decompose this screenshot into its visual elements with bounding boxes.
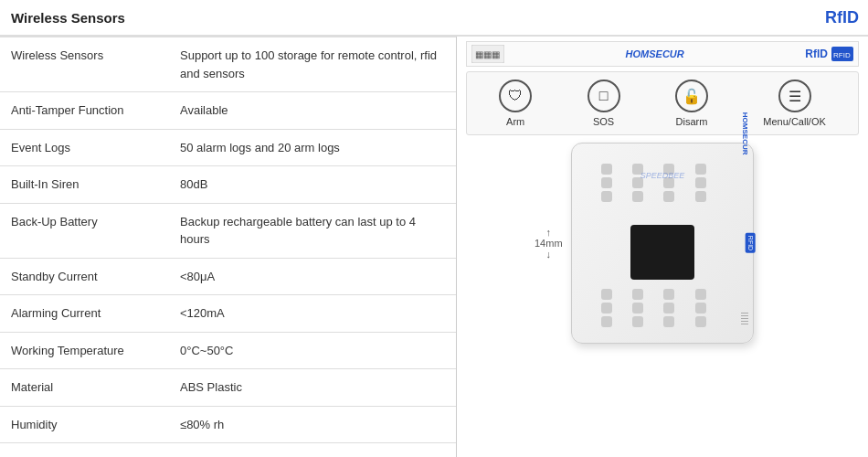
- spec-row: Wireless Sensors Support up to 100 stora…: [0, 37, 456, 92]
- spec-row: Alarming Current <120mA: [0, 295, 456, 333]
- spec-label: Working Temperature: [0, 332, 169, 369]
- spec-label: Alarming Current: [0, 295, 169, 333]
- keypad-icon-label: Menu/Call/OK: [763, 116, 825, 127]
- keypad-icon-item: 🛡 Arm: [499, 80, 532, 127]
- left-panel: Wireless Sensors Support up to 100 stora…: [0, 37, 457, 457]
- page-title: Wireless Sensors: [0, 10, 125, 26]
- spec-value: Backup rechargeable battery can last up …: [169, 203, 456, 258]
- device-brand-text: HOMSECUR: [742, 112, 750, 155]
- keypad-icon-symbol: 🔓: [675, 80, 708, 112]
- spec-value: <80μA: [169, 258, 456, 295]
- top-keypad: [601, 164, 724, 202]
- keypad-icon-symbol: ☰: [778, 80, 811, 112]
- header-row: Wireless Sensors RfID: [0, 0, 868, 37]
- spec-value: 50 alarm logs and 20 arm logs: [169, 129, 456, 166]
- spec-value: Unlimited wireless flash sirens and one …: [169, 443, 456, 458]
- svg-text:RFID: RFID: [833, 51, 851, 59]
- spec-label: Built-In Siren: [0, 166, 169, 204]
- spec-label: Anti-Tamper Function: [0, 92, 169, 130]
- spec-row: Material ABS Plastic: [0, 369, 456, 407]
- device-main-area: SPEEDBEE: [466, 143, 859, 344]
- spec-value: Support up to 100 storage for remote con…: [169, 37, 456, 92]
- right-panel: ▦▦▦ HOMSECUR RfID RFID 🛡 Arm □ SOS: [457, 37, 868, 457]
- main-layout: Wireless Sensors Support up to 100 stora…: [0, 37, 868, 457]
- spec-label: Material: [0, 369, 169, 407]
- rfid-label: RfID: [825, 8, 859, 27]
- device-rfid-badge: RFID: [745, 233, 755, 253]
- spec-value: ≤80% rh: [169, 406, 456, 443]
- spec-value: 0°C~50°C: [169, 332, 456, 369]
- keypad-icon-symbol: 🛡: [499, 80, 532, 112]
- header-right: RfID: [457, 8, 868, 27]
- keypad-icon-symbol: □: [587, 80, 620, 112]
- brand-logo: HOMSECUR: [626, 48, 684, 59]
- spec-label: Standby Current: [0, 258, 169, 295]
- spec-label: Wireless Sensors: [0, 37, 169, 92]
- specs-table: Wireless Sensors Support up to 100 stora…: [0, 37, 456, 457]
- conn-icons: ▦▦▦: [471, 45, 504, 63]
- device-container: SPEEDBEE: [571, 143, 754, 344]
- keypad-icon-item: □ SOS: [587, 80, 620, 127]
- keypad-icons-row: 🛡 Arm □ SOS 🔓 Disarm ☰ Menu/Call/OK: [466, 71, 859, 135]
- spec-row: Standby Current <80μA: [0, 258, 456, 295]
- spec-label: Humidity: [0, 406, 169, 443]
- grid-icon: ▦▦▦: [471, 45, 504, 63]
- keypad-icon-item: ☰ Menu/Call/OK: [763, 80, 825, 127]
- keypad-icon-label: SOS: [593, 116, 614, 127]
- rfid-icon: RFID: [831, 47, 853, 61]
- spec-row: Built-In Siren 80dB: [0, 166, 456, 204]
- spec-row: External Siren Unlimited wireless flash …: [0, 443, 456, 458]
- keypad-icon-label: Disarm: [676, 116, 708, 127]
- spec-row: Event Logs 50 alarm logs and 20 arm logs: [0, 129, 456, 166]
- page-wrapper: Wireless Sensors RfID Wireless Sensors S…: [0, 0, 868, 457]
- watermark-text: SPEEDBEE: [640, 171, 685, 180]
- spec-label: Event Logs: [0, 129, 169, 166]
- keypad-icon-label: Arm: [506, 116, 524, 127]
- device-image: SPEEDBEE: [571, 143, 754, 344]
- spec-row: Back-Up Battery Backup rechargeable batt…: [0, 203, 456, 258]
- connectivity-bar: ▦▦▦ HOMSECUR RfID RFID: [466, 41, 859, 67]
- spec-value: Available: [169, 92, 456, 130]
- spec-value: 80dB: [169, 166, 456, 204]
- bottom-keypad: [601, 289, 724, 327]
- spec-label: External Siren: [0, 443, 169, 458]
- spec-row: Humidity ≤80% rh: [0, 406, 456, 443]
- speaker-grille: [741, 313, 748, 324]
- keypad-icon-item: 🔓 Disarm: [675, 80, 708, 127]
- rfid-text: RfID: [805, 48, 828, 60]
- header-left: Wireless Sensors: [0, 10, 457, 26]
- spec-label: Back-Up Battery: [0, 203, 169, 258]
- spec-row: Anti-Tamper Function Available: [0, 92, 456, 130]
- spec-value: ABS Plastic: [169, 369, 456, 407]
- svg-text:▦▦▦: ▦▦▦: [475, 49, 500, 59]
- device-screen: [630, 225, 694, 280]
- spec-row: Working Temperature 0°C~50°C: [0, 332, 456, 369]
- dimension-14mm: ↑ 14mm ↓: [535, 227, 563, 260]
- rfid-area: RfID RFID: [805, 47, 853, 61]
- spec-value: <120mA: [169, 295, 456, 333]
